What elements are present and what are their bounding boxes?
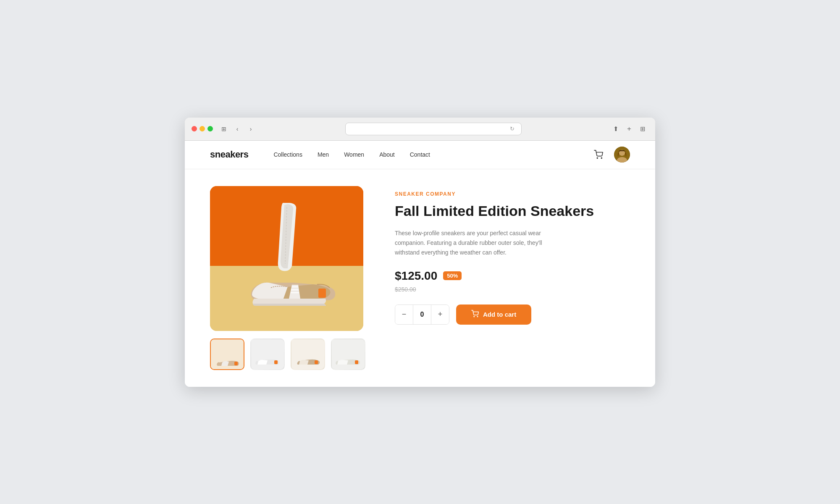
original-price: $250.00 <box>395 286 630 293</box>
cart-button-icon <box>471 310 479 319</box>
nav-link-men[interactable]: Men <box>318 151 329 158</box>
address-bar[interactable]: ↻ <box>345 123 522 135</box>
current-price: $125.00 <box>395 269 437 283</box>
thumbnail-4[interactable] <box>331 339 365 370</box>
svg-point-0 <box>597 158 598 158</box>
quantity-value: 0 <box>413 304 431 325</box>
thumbnail-2[interactable] <box>250 339 285 370</box>
svg-rect-12 <box>274 360 278 364</box>
browser-chrome: ⊞ ‹ › ↻ ⬆ + ⊞ <box>185 118 655 141</box>
nav-link-contact[interactable]: Contact <box>410 151 430 158</box>
dot-green[interactable] <box>207 126 213 131</box>
site-logo: sneakers <box>210 149 248 160</box>
grid-view-button[interactable]: ⊞ <box>637 123 648 135</box>
thumbnails <box>210 339 370 370</box>
new-tab-button[interactable]: + <box>623 123 635 135</box>
avatar[interactable] <box>614 147 630 163</box>
nav-link-women[interactable]: Women <box>344 151 364 158</box>
browser-dots <box>192 126 213 131</box>
dot-red[interactable] <box>192 126 197 131</box>
add-to-cart-row: − 0 + <box>395 304 630 325</box>
svg-rect-16 <box>355 360 358 364</box>
sidebar-icon: ⊞ <box>221 126 226 132</box>
browser-nav-icons: ⊞ ‹ › <box>218 123 257 135</box>
refresh-icon[interactable]: ↻ <box>510 126 517 132</box>
grid-icon: ⊞ <box>640 125 646 133</box>
address-input[interactable] <box>350 126 510 132</box>
thumbnail-3[interactable] <box>291 339 325 370</box>
product-section: SNEAKER COMPANY Fall Limited Edition Sne… <box>185 169 655 387</box>
svg-rect-10 <box>234 362 238 365</box>
forward-button[interactable]: › <box>245 123 257 135</box>
quantity-increase-button[interactable]: + <box>431 304 449 325</box>
main-product-image <box>210 186 363 331</box>
share-button[interactable]: ⬆ <box>610 123 622 135</box>
product-gallery <box>210 186 370 370</box>
svg-rect-15 <box>332 339 365 370</box>
quantity-decrease-button[interactable]: − <box>395 304 413 325</box>
header-right <box>591 147 630 163</box>
plus-icon: + <box>627 125 631 133</box>
svg-rect-13 <box>291 339 325 370</box>
svg-point-1 <box>601 158 602 158</box>
svg-point-17 <box>474 316 475 317</box>
brand-label: SNEAKER COMPANY <box>395 191 630 197</box>
back-icon: ‹ <box>236 126 239 132</box>
avatar-image <box>614 147 630 163</box>
forward-icon: › <box>250 126 252 132</box>
minus-icon: − <box>402 310 407 319</box>
svg-rect-8 <box>318 289 326 298</box>
product-description: These low-profile sneakers are your perf… <box>395 228 554 257</box>
browser-actions-right: ⬆ + ⊞ <box>610 123 648 135</box>
nav-link-collections[interactable]: Collections <box>273 151 302 158</box>
page-content: sneakers Collections Men Women About Con… <box>185 141 655 387</box>
price-row: $125.00 50% <box>395 269 630 283</box>
discount-badge: 50% <box>443 271 462 280</box>
site-header: sneakers Collections Men Women About Con… <box>185 141 655 169</box>
plus-icon: + <box>438 310 443 319</box>
add-to-cart-label: Add to cart <box>483 311 516 318</box>
svg-rect-11 <box>251 339 285 370</box>
sneaker-svg <box>210 186 363 331</box>
quantity-control: − 0 + <box>395 304 449 325</box>
product-title: Fall Limited Edition Sneakers <box>395 203 630 219</box>
address-bar-wrap: ↻ <box>262 123 605 135</box>
sidebar-toggle-button[interactable]: ⊞ <box>218 123 230 135</box>
dot-yellow[interactable] <box>200 126 205 131</box>
add-to-cart-button[interactable]: Add to cart <box>456 304 531 325</box>
svg-rect-14 <box>315 360 318 364</box>
back-button[interactable]: ‹ <box>231 123 243 135</box>
nav-link-about[interactable]: About <box>379 151 395 158</box>
cart-button[interactable] <box>591 147 606 163</box>
product-info: SNEAKER COMPANY Fall Limited Edition Sne… <box>395 186 630 325</box>
thumbnail-1[interactable] <box>210 339 244 370</box>
svg-point-18 <box>477 316 478 317</box>
browser-window: ⊞ ‹ › ↻ ⬆ + ⊞ <box>185 118 655 387</box>
share-icon: ⬆ <box>613 125 619 133</box>
cart-icon <box>594 150 603 159</box>
site-nav: Collections Men Women About Contact <box>273 151 430 158</box>
